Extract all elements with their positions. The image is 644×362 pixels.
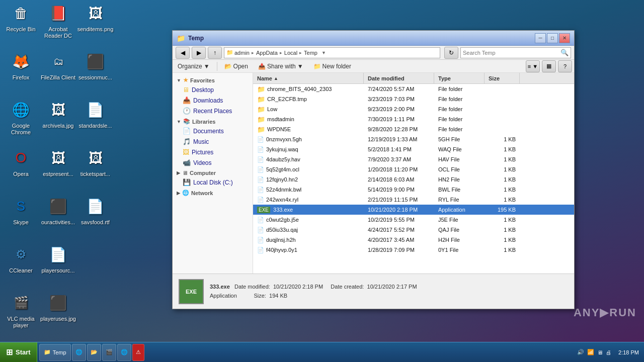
taskbar-item-alert[interactable]: ⚠ xyxy=(132,344,144,361)
table-row[interactable]: 📄c0wut2gb.j5e 10/2/2019 5:55 PM J5E File… xyxy=(253,215,574,225)
table-row[interactable]: 📁chrome_BITS_4040_2303 7/24/2020 5:57 AM… xyxy=(253,84,574,94)
organize-button[interactable]: Organize ▼ xyxy=(175,62,213,71)
col-header-date[interactable]: Date modified xyxy=(364,73,434,83)
table-row[interactable]: 📄3ykujnuj.waq 5/2/2018 1:41 PM WAQ File … xyxy=(253,144,574,154)
new-folder-button[interactable]: 📁 New folder xyxy=(310,62,354,71)
sidebar-item-music[interactable]: 🎵 Music xyxy=(173,136,253,147)
desktop-icon-chrome[interactable]: 🌐 Google Chrome xyxy=(2,98,40,136)
table-row[interactable]: 📄f40jhyvp.0y1 1/28/2019 7:09 PM 0Y1 File… xyxy=(253,245,574,255)
explorer-taskbar-icon: 📁 xyxy=(44,349,51,355)
tray-icon-3: 🖥 xyxy=(597,349,603,355)
table-row[interactable]: 📁WPDN5E 9/28/2020 12:28 PM File folder xyxy=(253,124,574,134)
desktop-icon-estpresent[interactable]: 🖼 estpresent... xyxy=(39,146,77,177)
view-list-button[interactable]: ≡ ▼ xyxy=(526,60,540,72)
col-header-size[interactable]: Size xyxy=(485,73,520,83)
table-row[interactable]: 📄duqjlnsj.h2h 4/20/2017 3:45 AM H2H File… xyxy=(253,235,574,245)
desktop-icon-ouractivities[interactable]: ⬛ ouractivities... xyxy=(39,194,77,226)
nav-toolbar: ◀ ▶ ↑ 📁 admin ▸ AppData ▸ Local ▸ Temp ▼… xyxy=(173,46,574,60)
standardsle-icon: 📄 xyxy=(84,98,108,122)
clock: 2:18 PM xyxy=(618,349,639,355)
videos-sidebar-icon: 📹 xyxy=(183,159,191,166)
senditems-icon: 🖼 xyxy=(84,1,108,25)
archivela-icon: 🖼 xyxy=(46,98,70,122)
file-icon: 📄 xyxy=(257,247,264,253)
file-icon: 📄 xyxy=(257,156,264,163)
opera-icon: O xyxy=(9,146,33,170)
taskbar-item-ie[interactable]: 🌐 xyxy=(72,344,86,361)
downloads-sidebar-icon: 📥 xyxy=(183,97,191,104)
desktop-icon-firefox[interactable]: 🦊 Firefox xyxy=(2,49,40,81)
desktop-icon-skype[interactable]: S Skype xyxy=(2,194,40,226)
taskbar-item-media[interactable]: 🎬 xyxy=(102,344,116,361)
table-row[interactable]: 📄52z4dnmk.bwl 5/14/2019 9:00 PM BWL File… xyxy=(253,185,574,195)
desktop-icon-opera[interactable]: O Opera xyxy=(2,146,40,177)
taskbar-item-folder[interactable]: 📂 xyxy=(87,344,101,361)
table-row[interactable]: 📄12fqjny0.hn2 2/14/2018 6:03 AM HN2 File… xyxy=(253,174,574,185)
desktop-icon-ticketspart[interactable]: 🖼 ticketspart... xyxy=(76,146,114,177)
share-with-button[interactable]: 📤 Share with ▼ xyxy=(255,62,306,71)
table-row[interactable]: 📄4daubz5y.hav 7/9/2020 3:37 AM HAV File … xyxy=(253,154,574,164)
desktop-icon-archivela[interactable]: 🖼 archivela.jpg xyxy=(39,98,77,129)
desktop-icon-acrobat[interactable]: 📕 Acrobat Reader DC xyxy=(39,1,77,39)
savsfood-icon: 📄 xyxy=(84,194,108,218)
taskbar-tray: 🔊 📶 🖥 🖨 2:18 PM xyxy=(572,342,644,363)
table-row[interactable]: 📁CR_E2CFB.tmp 3/23/2019 7:03 PM File fol… xyxy=(253,94,574,104)
view-controls: ≡ ▼ ▦ ? xyxy=(526,60,572,72)
alert-taskbar-icon: ⚠ xyxy=(136,349,141,355)
desktop-icon-ccleaner[interactable]: ⚙ CCleaner xyxy=(2,242,40,274)
open-button[interactable]: 📂 Open xyxy=(221,62,251,71)
sidebar-item-pictures[interactable]: 🖼 Pictures xyxy=(173,147,253,157)
table-row[interactable]: 📄5q52gt4m.ocl 1/20/2018 11:20 PM OCL Fil… xyxy=(253,164,574,174)
desktop-icon-playeruses[interactable]: ⬛ playeruses.jpg xyxy=(39,291,77,322)
forward-button[interactable]: ▶ xyxy=(192,47,206,59)
table-row-selected[interactable]: EXE333.exe 10/21/2020 2:18 PM Applicatio… xyxy=(253,205,574,215)
preview-pane-button[interactable]: ▦ xyxy=(542,60,556,72)
folder-taskbar-icon: 📂 xyxy=(91,349,98,355)
search-input[interactable] xyxy=(463,50,560,56)
address-bar[interactable]: 📁 admin ▸ AppData ▸ Local ▸ Temp ▼ xyxy=(224,47,440,58)
desktop-icon-standardsle[interactable]: 📄 standardsle... xyxy=(76,98,114,129)
playersourc-icon: 📄 xyxy=(46,242,70,266)
desktop-icon-senditems[interactable]: 🖼 senditems.png xyxy=(76,1,114,33)
desktop-icon-savsfood[interactable]: 📄 savsfood.rtf xyxy=(76,194,114,226)
table-row[interactable]: 📁msdtadmin 7/30/2019 1:11 PM File folder xyxy=(253,114,574,124)
back-button[interactable]: ◀ xyxy=(176,47,190,59)
col-header-name[interactable]: Name ▲ xyxy=(253,73,364,83)
start-button[interactable]: ⊞ Start xyxy=(0,342,37,363)
table-row[interactable]: 📄d50iu33u.qaj 4/24/2017 5:52 PM QAJ File… xyxy=(253,225,574,235)
sidebar-item-documents[interactable]: 📄 Documents xyxy=(173,126,253,136)
close-button[interactable]: ✕ xyxy=(559,33,570,43)
col-header-type[interactable]: Type xyxy=(434,73,485,83)
table-row[interactable]: 📁Low 9/23/2019 2:00 PM File folder xyxy=(253,104,574,114)
address-segment-temp: Temp xyxy=(304,50,317,56)
window-title-icon: 📁 xyxy=(177,34,185,42)
sidebar-item-desktop[interactable]: 🖥 Desktop xyxy=(173,84,253,95)
ie-taskbar-icon: 🌐 xyxy=(75,349,83,355)
file-icon: 📄 xyxy=(257,166,264,173)
refresh-button[interactable]: ↻ xyxy=(444,47,458,59)
desktop-icon-filezilla[interactable]: 🗂 FileZilla Client xyxy=(39,49,77,81)
minimize-button[interactable]: ─ xyxy=(535,33,546,43)
up-button[interactable]: ↑ xyxy=(208,47,222,59)
help-button[interactable]: ? xyxy=(558,60,572,72)
desktop-icon-recycle-bin[interactable]: 🗑 Recycle Bin xyxy=(2,1,40,33)
menu-bar: Organize ▼ 📂 Open 📤 Share with ▼ 📁 New f… xyxy=(173,60,574,73)
maximize-button[interactable]: □ xyxy=(547,33,558,43)
table-row[interactable]: 📄242wxn4x.ryl 2/21/2019 11:15 PM RYL Fil… xyxy=(253,195,574,205)
sidebar-item-downloads[interactable]: 📥 Downloads xyxy=(173,95,253,106)
table-row[interactable]: 📄0nzmvyxn.5gh 12/19/2019 1:33 AM 5GH Fil… xyxy=(253,134,574,144)
desktop-icon-vlc[interactable]: 🎬 VLC media player xyxy=(2,291,40,329)
desktop-icon-playersourc[interactable]: 📄 playersourc... xyxy=(39,242,77,274)
taskbar-item-explorer[interactable]: 📁 Temp xyxy=(39,344,71,361)
favorites-arrow-icon: ▼ xyxy=(177,78,181,83)
taskbar-item-chrome-task[interactable]: 🌐 xyxy=(117,344,131,361)
vlc-icon: 🎬 xyxy=(9,291,33,315)
search-icon[interactable]: 🔍 xyxy=(560,49,569,56)
sidebar-item-videos[interactable]: 📹 Videos xyxy=(173,157,253,168)
window-title: Temp xyxy=(188,35,532,42)
sidebar-item-local-disk[interactable]: 💾 Local Disk (C:) xyxy=(173,177,253,188)
search-box[interactable]: 🔍 xyxy=(460,47,571,58)
desktop-icon-sessionmuc[interactable]: ⬛ sessionmuc... xyxy=(76,49,114,81)
sidebar-item-recent[interactable]: 🕐 Recent Places xyxy=(173,106,253,116)
address-segment-appdata: AppData xyxy=(256,50,278,56)
